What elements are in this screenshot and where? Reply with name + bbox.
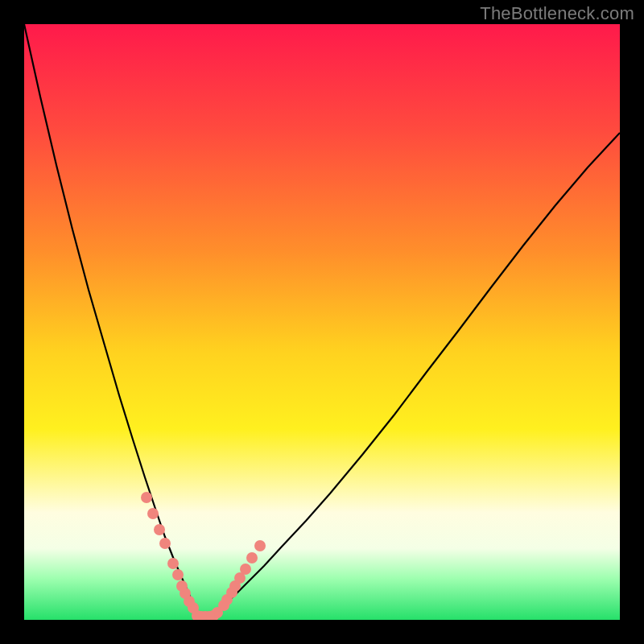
chart-frame: TheBottleneck.com: [0, 0, 644, 644]
marker-dot: [246, 552, 258, 564]
curve-left: [24, 24, 201, 618]
curves-svg: [24, 24, 620, 620]
marker-dot: [159, 538, 171, 549]
marker-dot: [172, 569, 184, 580]
marker-dot: [176, 580, 188, 592]
curve-right: [209, 133, 620, 618]
plot-area: [24, 24, 620, 620]
marker-dot: [167, 558, 179, 569]
marker-dot: [147, 508, 159, 519]
watermark-text: TheBottleneck.com: [480, 3, 634, 24]
marker-dot: [254, 540, 266, 551]
marker-dots: [141, 492, 266, 620]
marker-dot: [240, 564, 251, 575]
marker-dot: [154, 524, 165, 535]
marker-dot: [141, 492, 152, 503]
